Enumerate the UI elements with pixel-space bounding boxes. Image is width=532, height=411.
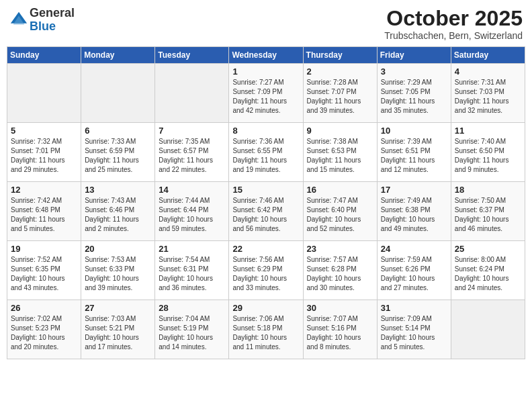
calendar-week-row: 19Sunrise: 7:52 AM Sunset: 6:35 PM Dayli… [7,241,525,300]
calendar-cell: 2Sunrise: 7:28 AM Sunset: 7:07 PM Daylig… [303,64,377,123]
weekday-header: Friday [377,47,451,64]
calendar-cell: 20Sunrise: 7:53 AM Sunset: 6:33 PM Dayli… [81,241,155,300]
month-title: October 2025 [384,7,523,30]
calendar-cell: 26Sunrise: 7:02 AM Sunset: 5:23 PM Dayli… [7,300,81,359]
calendar-cell: 24Sunrise: 7:59 AM Sunset: 6:26 PM Dayli… [377,241,451,300]
calendar-week-row: 1Sunrise: 7:27 AM Sunset: 7:09 PM Daylig… [7,64,525,123]
day-info: Sunrise: 7:42 AM Sunset: 6:48 PM Dayligh… [11,196,77,234]
calendar-cell: 13Sunrise: 7:43 AM Sunset: 6:46 PM Dayli… [81,182,155,241]
weekday-header: Wednesday [229,47,303,64]
day-info: Sunrise: 7:40 AM Sunset: 6:50 PM Dayligh… [455,137,521,175]
day-number: 1 [232,66,299,77]
calendar-cell: 11Sunrise: 7:40 AM Sunset: 6:50 PM Dayli… [451,123,525,182]
day-number: 10 [381,126,447,136]
day-number: 2 [307,66,373,77]
calendar-cell: 22Sunrise: 7:56 AM Sunset: 6:29 PM Dayli… [229,241,303,300]
calendar-cell: 25Sunrise: 8:00 AM Sunset: 6:24 PM Dayli… [451,241,525,300]
day-number: 20 [85,244,151,254]
weekday-header-row: SundayMondayTuesdayWednesdayThursdayFrid… [7,47,525,64]
day-number: 18 [455,185,521,195]
calendar-cell: 19Sunrise: 7:52 AM Sunset: 6:35 PM Dayli… [7,241,81,300]
day-number: 6 [85,126,151,136]
day-number: 8 [232,126,299,136]
calendar-cell: 15Sunrise: 7:46 AM Sunset: 6:42 PM Dayli… [229,182,303,241]
day-info: Sunrise: 7:04 AM Sunset: 5:19 PM Dayligh… [159,314,225,352]
day-info: Sunrise: 7:39 AM Sunset: 6:51 PM Dayligh… [381,137,447,175]
day-info: Sunrise: 7:49 AM Sunset: 6:38 PM Dayligh… [381,196,447,234]
location-text: Trubschachen, Bern, Switzerland [384,30,523,41]
day-number: 22 [232,244,299,254]
day-number: 7 [159,126,225,136]
day-number: 24 [381,244,447,254]
day-info: Sunrise: 7:47 AM Sunset: 6:40 PM Dayligh… [307,196,373,234]
day-info: Sunrise: 7:43 AM Sunset: 6:46 PM Dayligh… [85,196,151,234]
calendar-cell: 21Sunrise: 7:54 AM Sunset: 6:31 PM Dayli… [155,241,229,300]
day-info: Sunrise: 7:38 AM Sunset: 6:53 PM Dayligh… [307,137,373,175]
calendar-table: SundayMondayTuesdayWednesdayThursdayFrid… [7,46,525,359]
weekday-header: Thursday [303,47,377,64]
day-info: Sunrise: 7:03 AM Sunset: 5:21 PM Dayligh… [85,314,151,352]
weekday-header: Saturday [451,47,525,64]
day-number: 19 [11,244,77,254]
day-number: 30 [307,303,373,313]
day-info: Sunrise: 7:59 AM Sunset: 6:26 PM Dayligh… [381,255,447,293]
calendar-week-row: 12Sunrise: 7:42 AM Sunset: 6:48 PM Dayli… [7,182,525,241]
calendar-cell: 1Sunrise: 7:27 AM Sunset: 7:09 PM Daylig… [229,64,303,123]
day-number: 9 [307,126,373,136]
calendar-cell: 28Sunrise: 7:04 AM Sunset: 5:19 PM Dayli… [155,300,229,359]
day-info: Sunrise: 7:31 AM Sunset: 7:03 PM Dayligh… [455,78,521,116]
day-info: Sunrise: 7:44 AM Sunset: 6:44 PM Dayligh… [159,196,225,234]
day-info: Sunrise: 7:02 AM Sunset: 5:23 PM Dayligh… [11,314,77,352]
day-info: Sunrise: 7:06 AM Sunset: 5:18 PM Dayligh… [232,314,299,352]
day-number: 28 [159,303,225,313]
day-info: Sunrise: 7:35 AM Sunset: 6:57 PM Dayligh… [159,137,225,175]
day-info: Sunrise: 7:27 AM Sunset: 7:09 PM Dayligh… [232,78,299,116]
day-info: Sunrise: 8:00 AM Sunset: 6:24 PM Dayligh… [455,255,521,293]
logo-general-text: General [30,7,75,20]
day-info: Sunrise: 7:46 AM Sunset: 6:42 PM Dayligh… [232,196,299,234]
calendar-cell: 9Sunrise: 7:38 AM Sunset: 6:53 PM Daylig… [303,123,377,182]
day-info: Sunrise: 7:29 AM Sunset: 7:05 PM Dayligh… [381,78,447,116]
day-info: Sunrise: 7:33 AM Sunset: 6:59 PM Dayligh… [85,137,151,175]
calendar-cell: 17Sunrise: 7:49 AM Sunset: 6:38 PM Dayli… [377,182,451,241]
calendar-cell: 18Sunrise: 7:50 AM Sunset: 6:37 PM Dayli… [451,182,525,241]
calendar-cell: 10Sunrise: 7:39 AM Sunset: 6:51 PM Dayli… [377,123,451,182]
day-info: Sunrise: 7:32 AM Sunset: 7:01 PM Dayligh… [11,137,77,175]
day-number: 12 [11,185,77,195]
calendar-cell: 7Sunrise: 7:35 AM Sunset: 6:57 PM Daylig… [155,123,229,182]
calendar-week-row: 26Sunrise: 7:02 AM Sunset: 5:23 PM Dayli… [7,300,525,359]
day-number: 21 [159,244,225,254]
day-info: Sunrise: 7:50 AM Sunset: 6:37 PM Dayligh… [455,196,521,234]
calendar-week-row: 5Sunrise: 7:32 AM Sunset: 7:01 PM Daylig… [7,123,525,182]
day-number: 16 [307,185,373,195]
day-info: Sunrise: 7:28 AM Sunset: 7:07 PM Dayligh… [307,78,373,116]
calendar-cell [451,300,525,359]
day-number: 15 [232,185,299,195]
day-number: 31 [381,303,447,313]
weekday-header: Monday [81,47,155,64]
day-info: Sunrise: 7:52 AM Sunset: 6:35 PM Dayligh… [11,255,77,293]
day-number: 26 [11,303,77,313]
logo-icon [9,11,28,30]
calendar-cell [81,64,155,123]
calendar-cell: 30Sunrise: 7:07 AM Sunset: 5:16 PM Dayli… [303,300,377,359]
calendar-cell: 14Sunrise: 7:44 AM Sunset: 6:44 PM Dayli… [155,182,229,241]
calendar-cell: 23Sunrise: 7:57 AM Sunset: 6:28 PM Dayli… [303,241,377,300]
calendar-cell: 3Sunrise: 7:29 AM Sunset: 7:05 PM Daylig… [377,64,451,123]
weekday-header: Sunday [7,47,81,64]
day-info: Sunrise: 7:57 AM Sunset: 6:28 PM Dayligh… [307,255,373,293]
day-number: 17 [381,185,447,195]
page-header: General Blue October 2025 Trubschachen, … [7,7,525,41]
calendar-cell: 16Sunrise: 7:47 AM Sunset: 6:40 PM Dayli… [303,182,377,241]
day-number: 27 [85,303,151,313]
day-number: 3 [381,66,447,77]
logo-blue-text: Blue [30,20,75,34]
calendar-cell: 5Sunrise: 7:32 AM Sunset: 7:01 PM Daylig… [7,123,81,182]
day-number: 14 [159,185,225,195]
calendar-cell: 31Sunrise: 7:09 AM Sunset: 5:14 PM Dayli… [377,300,451,359]
weekday-header: Tuesday [155,47,229,64]
day-info: Sunrise: 7:56 AM Sunset: 6:29 PM Dayligh… [232,255,299,293]
calendar-cell: 8Sunrise: 7:36 AM Sunset: 6:55 PM Daylig… [229,123,303,182]
day-info: Sunrise: 7:09 AM Sunset: 5:14 PM Dayligh… [381,314,447,352]
calendar-cell [155,64,229,123]
